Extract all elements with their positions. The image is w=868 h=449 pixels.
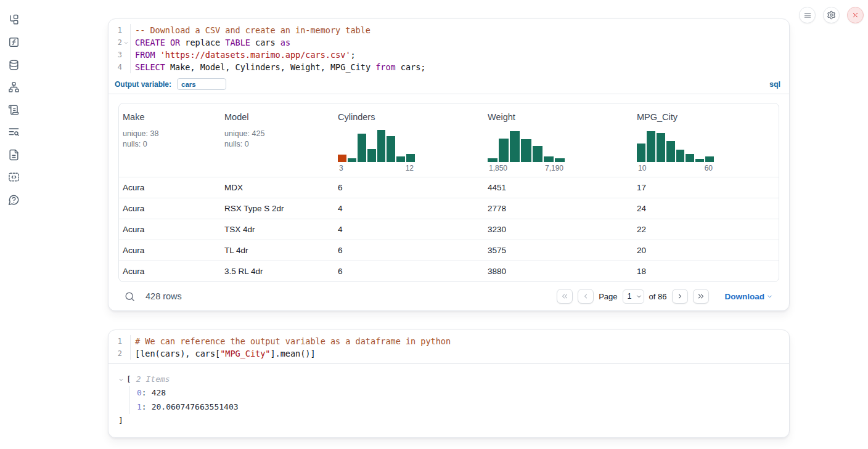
table-cell: 17 (633, 177, 779, 198)
table-cell: 6 (334, 240, 484, 261)
code-text: CREATE OR replace TABLE cars as (130, 36, 290, 49)
sidebar-item-packages[interactable] (7, 103, 20, 116)
code-line[interactable]: 3FROM 'https://datasets.marimo.app/cars.… (108, 49, 789, 61)
table-header-row: Makeunique: 38nulls: 0Modelunique: 425nu… (119, 103, 779, 177)
sidebar-item-dependencies[interactable] (7, 81, 20, 94)
close-icon (851, 11, 859, 19)
help-circle-icon (8, 194, 20, 206)
line-number: 2 (108, 347, 122, 360)
table-cell: 22 (633, 219, 779, 240)
code-line[interactable]: 4SELECT Make, Model, Cylinders, Weight, … (108, 61, 789, 73)
table-row: AcuraRSX Type S 2dr4277824 (119, 198, 779, 219)
language-badge: sql (769, 80, 780, 89)
page-label: Page (599, 292, 617, 301)
notebook: 1-- Download a CSV and create an in-memo… (108, 18, 790, 449)
sql-code-editor[interactable]: 1-- Download a CSV and create an in-memo… (108, 19, 789, 77)
sidebar-item-documentation[interactable] (7, 148, 20, 161)
text-search-icon (8, 126, 20, 138)
fold-chevron-icon[interactable] (122, 36, 130, 49)
table-row: AcuraTL 4dr6357520 (119, 240, 779, 261)
hamburger-icon (803, 11, 812, 20)
chevrons-left-icon (560, 292, 569, 301)
line-number: 4 (108, 61, 122, 73)
column-name[interactable]: MPG_City (637, 111, 775, 123)
sql-cell-output: Makeunique: 38nulls: 0Modelunique: 425nu… (108, 94, 789, 310)
database-icon (8, 59, 20, 71)
table-cell: 4 (334, 198, 484, 219)
sidebar-item-variables[interactable] (7, 36, 20, 49)
next-page-button[interactable] (672, 289, 688, 304)
histogram-axis-labels: 312 (338, 164, 415, 173)
notebook-menu-button[interactable] (799, 7, 816, 23)
line-number: 3 (108, 49, 122, 61)
prev-page-button[interactable] (578, 289, 594, 304)
shutdown-button[interactable] (847, 7, 864, 23)
table-cell: 4 (334, 219, 484, 240)
chevron-left-icon (581, 292, 590, 301)
sql-cell: 1-- Download a CSV and create an in-memo… (108, 18, 790, 311)
table-cell: Acura (119, 240, 221, 261)
python-code-editor[interactable]: 1# We can reference the output variable … (108, 330, 789, 363)
table-cell: RSX Type S 2dr (221, 198, 334, 219)
row-count: 428 rows (145, 291, 182, 301)
fold-gutter (122, 49, 130, 61)
column-histogram (338, 129, 415, 162)
table-body: AcuraMDX6445117AcuraRSX Type S 2dr427782… (119, 177, 779, 282)
download-label: Download (725, 292, 765, 301)
column-name[interactable]: Cylinders (338, 111, 480, 123)
settings-button[interactable] (823, 7, 840, 23)
table-cell: 24 (633, 198, 779, 219)
column-name[interactable]: Make (123, 111, 217, 123)
column-histogram (637, 129, 714, 162)
pagination: Page 1 of 86 Download (557, 289, 773, 304)
topbar (799, 7, 864, 23)
column-name[interactable]: Weight (488, 111, 629, 123)
table-cell: 18 (633, 261, 779, 282)
code-line[interactable]: 2CREATE OR replace TABLE cars as (108, 36, 789, 49)
page-select[interactable]: 1 (623, 289, 644, 304)
sidebar-item-snippets[interactable] (7, 171, 20, 184)
table-cell: 3230 (484, 219, 633, 240)
column-stats: unique: 425nulls: 0 (224, 129, 330, 149)
code-text: FROM 'https://datasets.marimo.app/cars.c… (130, 49, 356, 61)
table-cell: 6 (334, 177, 484, 198)
first-page-button[interactable] (557, 289, 573, 304)
table-cell: Acura (119, 198, 221, 219)
sidebar-item-data-sources[interactable] (7, 59, 20, 71)
result-tree: [ 2 Items 0:4281:20.060747663551403 ] (108, 364, 789, 437)
code-text: -- Download a CSV and create an in-memor… (130, 24, 371, 36)
scroll-icon (8, 104, 20, 116)
sidebar-item-file-explorer[interactable] (7, 14, 20, 26)
code-line[interactable]: 1# We can reference the output variable … (108, 335, 789, 347)
code-line[interactable]: 2[len(cars), cars["MPG_City"].mean()] (108, 347, 789, 360)
line-number: 1 (108, 335, 122, 347)
tree-entry-key: 1 (137, 400, 142, 415)
tree-collapse-chevron-icon[interactable] (118, 377, 126, 382)
column-name[interactable]: Model (224, 111, 330, 123)
search-icon[interactable] (123, 290, 136, 302)
column-histogram (488, 129, 565, 162)
code-text: # We can reference the output variable a… (130, 335, 451, 347)
table-row: Acura3.5 RL 4dr6388018 (119, 261, 779, 282)
code-line[interactable]: 1-- Download a CSV and create an in-memo… (108, 24, 789, 36)
code-snippet-icon (8, 171, 20, 183)
sidebar (0, 0, 27, 449)
sidebar-item-help[interactable] (7, 193, 20, 206)
sidebar-item-logs[interactable] (7, 126, 20, 139)
tree-children: 0:4281:20.060747663551403 (129, 386, 779, 414)
output-variable-label: Output variable: (115, 80, 171, 89)
column-stats: unique: 38nulls: 0 (123, 129, 217, 149)
column-header-mpg_city: MPG_City1060 (633, 103, 779, 177)
tree-entry: 1:20.060747663551403 (137, 400, 779, 415)
download-button[interactable]: Download (725, 292, 774, 301)
file-text-icon (8, 149, 20, 161)
data-table: Makeunique: 38nulls: 0Modelunique: 425nu… (118, 103, 779, 282)
last-page-button[interactable] (693, 289, 709, 304)
gear-icon (827, 10, 836, 20)
histogram-axis-labels: 1,8507,190 (488, 164, 565, 173)
line-number: 2 (108, 36, 122, 49)
file-tree-icon (8, 14, 20, 26)
table-row: AcuraMDX6445117 (119, 177, 779, 198)
chevron-down-icon (766, 293, 773, 300)
output-variable-input[interactable] (177, 78, 226, 90)
